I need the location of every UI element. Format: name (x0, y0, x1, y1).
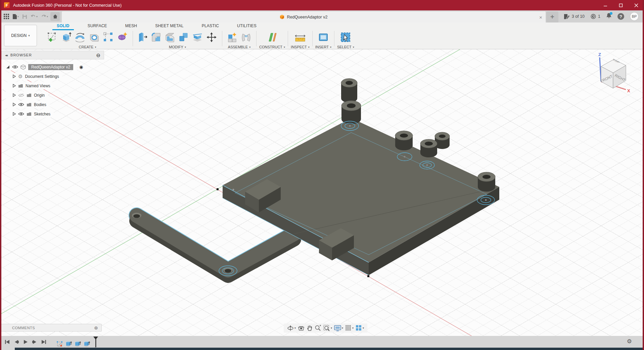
measure-icon[interactable] (294, 32, 306, 43)
sketch-circles[interactable] (341, 121, 495, 205)
close-button[interactable] (629, 0, 644, 10)
hole-icon[interactable] (89, 32, 100, 43)
browser-header[interactable]: ◂◂ BROWSER ⊖ (1, 51, 104, 59)
look-at-button[interactable] (298, 325, 305, 331)
group-label-inspect[interactable]: INSPECT▾ (291, 45, 310, 49)
timeline-extrude-feature[interactable] (65, 341, 72, 347)
tree-root-label[interactable]: RedQueenAdaptor v2 (28, 64, 73, 70)
group-label-assemble[interactable]: ASSEMBLE▾ (228, 45, 250, 49)
step-forward-button[interactable] (32, 339, 37, 345)
vertex-point[interactable] (367, 275, 369, 277)
rectangular-pattern-icon[interactable] (103, 32, 113, 43)
add-comment-icon[interactable]: ⊕ (94, 326, 98, 330)
select-icon[interactable] (340, 32, 351, 43)
extrude-icon[interactable] (61, 32, 72, 43)
zoom-button[interactable] (315, 325, 321, 332)
split-body-icon[interactable] (192, 32, 203, 43)
document-tab[interactable]: RedQueenAdaptor v2 × (62, 11, 546, 22)
grid-settings-button[interactable]: ▾ (345, 325, 354, 331)
undo-button[interactable]: ▾ (30, 13, 39, 20)
activate-component-radio[interactable]: ◉ (79, 65, 83, 69)
construction-plane-icon[interactable] (267, 32, 278, 43)
expand-open-icon[interactable] (6, 65, 10, 69)
tab-mesh[interactable]: MESH (116, 23, 146, 30)
tab-surface[interactable]: SURFACE (79, 23, 116, 30)
go-to-end-button[interactable] (41, 339, 46, 345)
step-back-button[interactable] (14, 339, 19, 345)
joint-icon[interactable] (241, 32, 251, 43)
home-view-button[interactable] (50, 12, 60, 21)
play-button[interactable] (23, 339, 28, 345)
timeline-sketch-feature[interactable] (56, 341, 63, 347)
eye-visible-icon[interactable] (12, 65, 18, 69)
group-label-modify[interactable]: MODIFY▾ (169, 45, 186, 49)
timeline-position-marker[interactable] (93, 337, 98, 347)
tab-utilities[interactable]: UTILITIES (228, 23, 266, 30)
display-settings-button[interactable]: ▾ (334, 325, 343, 331)
browser-collapse-icon[interactable]: ◂◂ (5, 53, 7, 57)
model-block-right[interactable] (319, 228, 354, 260)
tree-row-origin[interactable]: Origin (1, 92, 104, 99)
tab-solid[interactable]: SOLID (48, 23, 79, 30)
history-status[interactable]: 1 (590, 13, 600, 19)
insert-canvas-icon[interactable] (318, 32, 329, 43)
eye-visible-icon[interactable] (18, 112, 24, 116)
file-menu-button[interactable]: ▾ (11, 13, 20, 20)
job-status[interactable]: 3 of 10 (564, 14, 585, 19)
tree-row-bodies[interactable]: Bodies (1, 101, 104, 108)
viewport-canvas[interactable]: ◂◂ BROWSER ⊖ RedQueenAdapto (0, 49, 644, 350)
workspace-switcher[interactable]: DESIGN ▾ (4, 25, 37, 46)
go-to-start-button[interactable] (5, 339, 10, 345)
move-copy-icon[interactable] (206, 32, 217, 43)
browser-minimize-icon[interactable]: ⊖ (96, 53, 100, 58)
fit-button[interactable]: ▾ (323, 325, 332, 332)
tab-plastic[interactable]: PLASTIC (193, 23, 228, 30)
avatar[interactable]: BP (630, 12, 639, 21)
pan-button[interactable] (307, 325, 313, 332)
help-button[interactable]: ? (617, 13, 624, 20)
orbit-button[interactable]: ▾ (287, 325, 296, 332)
tree-row-named-views[interactable]: Named Views (1, 82, 104, 89)
expand-closed-icon[interactable] (13, 84, 16, 88)
revolve-icon[interactable] (75, 32, 86, 43)
group-label-construct[interactable]: CONSTRUCT▾ (259, 45, 285, 49)
save-button[interactable] (21, 13, 28, 20)
expand-closed-icon[interactable] (13, 74, 16, 78)
viewports-button[interactable]: ▾ (356, 325, 364, 331)
app-grid-button[interactable] (3, 13, 10, 20)
press-pull-icon[interactable] (138, 32, 148, 43)
tree-row-sketches[interactable]: Sketches (1, 110, 104, 117)
group-label-insert[interactable]: INSERT▾ (315, 45, 331, 49)
tree-row-document-settings[interactable]: ⚙ Document Settings (1, 73, 104, 80)
eye-visible-icon[interactable] (18, 103, 24, 106)
new-component-icon[interactable] (227, 32, 238, 43)
group-label-select[interactable]: SELECT▾ (337, 45, 354, 49)
create-sketch-icon[interactable] (47, 32, 58, 43)
group-label-create[interactable]: CREATE▾ (79, 45, 96, 49)
origin-point[interactable] (217, 188, 219, 190)
sketch-point[interactable] (233, 189, 234, 191)
new-tab-button[interactable]: + (546, 11, 558, 22)
redo-button[interactable]: ▾ (40, 13, 49, 20)
create-form-icon[interactable] (117, 32, 128, 43)
timeline-extrude-feature[interactable] (83, 341, 90, 347)
model-arm[interactable] (132, 213, 294, 276)
maximize-button[interactable] (613, 0, 629, 10)
viewcube[interactable]: TOP FRONT RIGHT Z X (589, 51, 639, 93)
tab-close-icon[interactable]: × (539, 14, 542, 19)
timeline-settings-gear-icon[interactable]: ⚙ (627, 339, 632, 344)
tab-sheet-metal[interactable]: SHEET METAL (146, 23, 192, 30)
timeline-track[interactable] (15, 348, 644, 350)
model-plate[interactable] (223, 118, 499, 275)
expand-closed-icon[interactable] (13, 103, 16, 106)
minimize-button[interactable] (598, 0, 613, 10)
expand-closed-icon[interactable] (13, 93, 16, 97)
combine-icon[interactable] (178, 32, 189, 43)
eye-hidden-icon[interactable] (18, 93, 24, 97)
model-block-left[interactable] (245, 179, 281, 212)
notifications-button[interactable] (606, 13, 612, 20)
model-bosses[interactable] (341, 79, 495, 192)
tree-row-root[interactable]: RedQueenAdaptor v2 ◉ (1, 63, 104, 70)
fillet-icon[interactable] (151, 32, 162, 43)
shell-icon[interactable] (165, 32, 175, 43)
